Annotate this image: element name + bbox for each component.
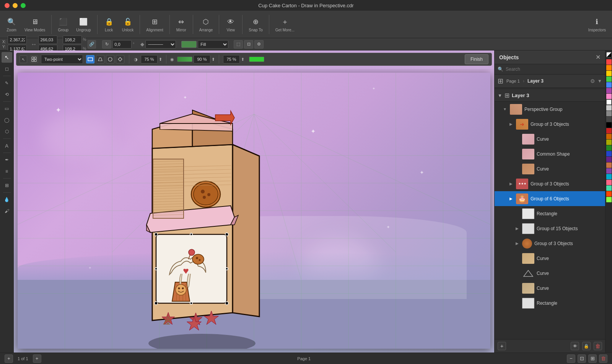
persp-diamond-btn[interactable] (116, 55, 124, 63)
shape-tool[interactable]: ◻ (2, 63, 12, 74)
opacity2-spinner[interactable]: ⬆ (212, 57, 215, 62)
smart-draw-tool[interactable]: ⟲ (2, 89, 12, 100)
arrange-control[interactable]: ⬡ Arrange (196, 15, 216, 34)
palette-lightgray[interactable] (606, 105, 612, 110)
canvas-viewport[interactable]: ✦ ✦ ✦ ✦ ✦ ✦ ✦ (14, 69, 494, 353)
palette-blue[interactable] (606, 82, 612, 88)
palette-pink[interactable] (606, 94, 612, 99)
group3-1-chevron[interactable]: ▶ (508, 122, 514, 127)
rect1-item[interactable]: ▶ Rectangle (495, 206, 605, 221)
view-modes-control[interactable]: 🖥 View Modes (21, 15, 48, 34)
panel-lock-btn[interactable]: 🔒 (582, 342, 591, 350)
curve2-item[interactable]: ▶ Curve (495, 161, 605, 176)
unlock-control[interactable]: 🔓 Unlock (119, 15, 137, 34)
palette-darkyellow[interactable] (606, 140, 612, 145)
opacity3-input[interactable] (223, 55, 240, 63)
persp-circle-btn[interactable] (106, 55, 114, 63)
palette-red[interactable] (606, 59, 612, 65)
palette-gray[interactable] (606, 111, 612, 116)
palette-violet[interactable] (606, 168, 612, 174)
paint-tool[interactable]: 🖌 (2, 206, 12, 216)
maximize-button[interactable] (21, 3, 26, 8)
snap-to-control[interactable]: ⊕ Snap To (246, 15, 266, 34)
persp-group-chevron[interactable]: ▼ (502, 107, 508, 112)
eyedropper-tool[interactable]: 💧 (2, 194, 12, 205)
transform-btn1[interactable]: ⬚ (234, 40, 243, 49)
next-page-btn[interactable]: + (33, 354, 41, 363)
layer3-header[interactable]: ▼ ⊞ Layer 3 (495, 89, 605, 102)
polygon-tool[interactable]: ⬡ (2, 126, 12, 137)
text-tool[interactable]: A (2, 140, 12, 151)
x-input[interactable]: 2.367,22 (8, 36, 27, 44)
group3-3-chevron[interactable]: ▶ (514, 241, 520, 246)
rectangle-tool[interactable]: ▭ (2, 103, 12, 114)
canvas-area[interactable]: ↖ Two-point (14, 50, 494, 353)
add-layer-btn[interactable]: + (498, 342, 506, 350)
get-more-control[interactable]: ＋ Get More... (272, 15, 298, 34)
opacity1-spinner[interactable]: ⬆ (159, 57, 162, 62)
connector-tool[interactable]: ⊞ (2, 180, 12, 191)
group-control[interactable]: ⬛ Group (55, 15, 72, 34)
palette-lime[interactable] (606, 197, 612, 202)
minimize-button[interactable] (13, 3, 18, 8)
ellipse-tool[interactable]: ◯ (2, 115, 12, 125)
persp-persp-btn[interactable] (96, 55, 104, 63)
zoom-out-btn[interactable]: − (567, 354, 575, 363)
group3-2-chevron[interactable]: ▶ (508, 181, 514, 187)
persp-rect-btn[interactable] (86, 55, 94, 63)
width-input[interactable]: 266,03 (38, 36, 57, 44)
palette-darkgreen[interactable] (606, 145, 612, 151)
fit-page-btn[interactable]: ⊡ (578, 354, 586, 363)
rotate-btn[interactable]: ↻ (102, 40, 111, 49)
palette-green[interactable] (606, 76, 612, 82)
lock-ratio-btn[interactable]: 🔗 (88, 40, 96, 49)
select-tool[interactable]: ↖ (2, 52, 12, 63)
rect2-item[interactable]: ▶ Rectangle (495, 296, 605, 310)
curve5-item[interactable]: ▶ Curve (495, 281, 605, 296)
inspectors-control[interactable]: ℹ Inspectors (585, 15, 609, 34)
view-toggle-btn[interactable]: ⊞ (588, 354, 597, 363)
lock-control[interactable]: 🔒 Lock (101, 15, 117, 34)
perspective-group-item[interactable]: ▼ Perspective Group (495, 102, 605, 117)
add-page-btn[interactable]: + (5, 354, 13, 363)
delete-page-btn[interactable]: 🗑 (599, 354, 607, 363)
close-button[interactable] (5, 3, 10, 8)
group6-chevron[interactable]: ▶ (508, 196, 514, 202)
palette-black[interactable] (606, 122, 612, 128)
palette-teal[interactable] (606, 185, 612, 191)
group3-1-item[interactable]: ▶ ➜ Group of 3 Objects (495, 117, 605, 132)
freehand-tool[interactable]: ✎ (2, 78, 12, 88)
opacity2-input[interactable] (194, 55, 210, 63)
objects-tree[interactable]: ▼ ⊞ Layer 3 ▼ Perspective Group ▶ ➜ Grou… (495, 88, 605, 339)
palette-darkred[interactable] (606, 128, 612, 133)
finish-button[interactable]: Finish (465, 54, 488, 64)
palette-purple[interactable] (606, 88, 612, 93)
transform-btn2[interactable]: ⊡ (244, 40, 253, 49)
palette-rose[interactable] (606, 180, 612, 185)
fill-select[interactable]: Fill (198, 40, 228, 49)
perspective-mode-select[interactable]: Two-point (41, 55, 83, 64)
group15-item[interactable]: ▶ Group of 15 Objects (495, 221, 605, 236)
group15-chevron[interactable]: ▶ (514, 226, 520, 231)
pen-tool[interactable]: ✒ (2, 154, 12, 165)
panel-delete-btn[interactable]: 🗑 (594, 342, 602, 350)
opacity3-spinner[interactable]: ⬆ (241, 57, 244, 62)
options-btn[interactable]: ⚙ (254, 40, 264, 49)
ungroup-control[interactable]: ⬜ Ungroup (73, 15, 94, 34)
curve3-item[interactable]: ▶ Curve (495, 251, 605, 266)
layer-expand-icon[interactable]: ▼ (597, 78, 602, 84)
curve4-item[interactable]: ▶ Curve (495, 266, 605, 281)
palette-brown[interactable] (606, 162, 612, 168)
zoom-control[interactable]: 🔍 Zoom (3, 15, 20, 34)
parallel-tool[interactable]: ≡ (2, 166, 12, 177)
no-fill-color[interactable] (606, 52, 612, 57)
layer-settings-icon[interactable]: ⚙ (590, 78, 595, 84)
curve1-item[interactable]: ▶ Curve (495, 132, 605, 146)
group6-item[interactable]: ▶ 🎂 Group of 6 Objects (495, 191, 605, 206)
panel-close-btn[interactable]: ✕ (596, 54, 601, 61)
alignment-control[interactable]: ⊞ Alignment (143, 15, 166, 34)
view-control[interactable]: 👁 View (222, 15, 239, 34)
layer3-expand-icon[interactable]: ▼ (498, 93, 502, 98)
palette-cyan[interactable] (606, 174, 612, 179)
palette-darkgray[interactable] (606, 117, 612, 122)
